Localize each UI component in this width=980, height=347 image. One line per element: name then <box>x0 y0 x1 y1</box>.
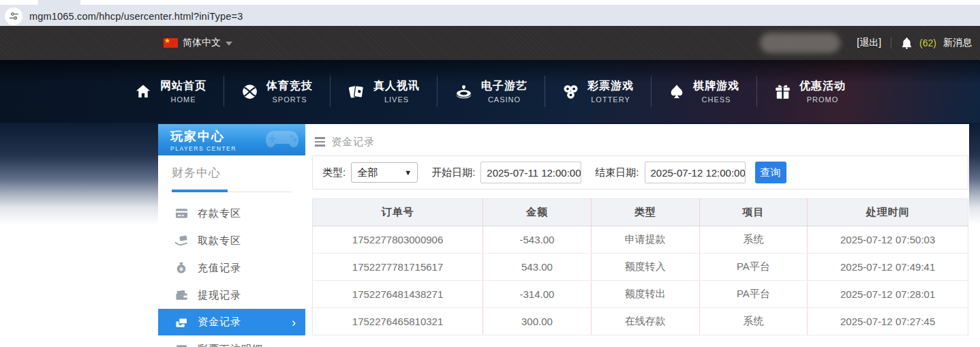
nav-item-casino[interactable]: 电子游艺CASINO <box>438 79 545 104</box>
section-divider <box>172 190 292 192</box>
table-cell: 300.00 <box>483 308 592 335</box>
table-cell: 543.00 <box>483 254 592 281</box>
table-cell: 额度转出 <box>591 281 699 308</box>
nav-item-label: 体育竞技SPORTS <box>266 79 313 104</box>
divider <box>891 37 891 48</box>
wallet-icon <box>174 290 188 301</box>
nav-item-promo[interactable]: 优惠活动PROMO <box>757 79 863 104</box>
table-cell: 1752276481438271 <box>313 281 483 308</box>
type-label: 类型: <box>322 166 346 179</box>
search-button[interactable]: 查询 <box>755 162 786 183</box>
page-title: 资金记录 <box>331 136 375 149</box>
language-label: 简体中文 <box>183 37 221 49</box>
logout-button[interactable]: [退出] <box>857 37 881 49</box>
type-select-value: 全部 <box>357 166 404 179</box>
table-cell: 额度转入 <box>591 254 699 281</box>
nav-item-label: 优惠活动PROMO <box>799 79 846 104</box>
sidebar-section-title: 财务中心 <box>172 165 292 181</box>
sidebar-item-lottery-bet-detail[interactable]: 彩票下注明细 <box>158 335 305 347</box>
withdraw-hand-icon <box>174 235 188 247</box>
table-cell: 申请提款 <box>591 226 699 254</box>
deposit-card-icon <box>174 208 188 219</box>
table-cell: 系统 <box>699 308 808 335</box>
bell-icon[interactable] <box>901 37 913 49</box>
browser-tab-strip <box>0 0 980 5</box>
nav-item-chess[interactable]: 棋牌游戏CHESS <box>652 79 756 104</box>
sidebar: 玩家中心 PLAYERS CENTER 财务中心 存款专区取款专区充值记录提现记… <box>158 124 305 347</box>
table-row: 1752276481438271-314.00额度转出PA平台2025-07-1… <box>313 281 968 308</box>
caret-down-icon <box>226 42 232 46</box>
page-background: 玩家中心 PLAYERS CENTER 财务中心 存款专区取款专区充值记录提现记… <box>0 123 980 347</box>
funds-record-table: 订单号金额类型项目处理时间 1752277803000906-543.00申请提… <box>312 198 968 335</box>
redacted-username <box>760 33 840 53</box>
sidebar-item-label: 取款专区 <box>198 235 241 247</box>
nav-item-home[interactable]: 网站首页HOME <box>117 79 224 104</box>
gift-icon <box>774 83 791 100</box>
lottery-balls-icon <box>562 83 579 100</box>
main-content: 资金记录 类型: 全部 ▼ 开始日期: 结束日期: 查询 <box>305 124 969 347</box>
gamepad-icon <box>264 127 300 155</box>
nav-item-lives[interactable]: 真人视讯LIVES <box>331 79 437 104</box>
table-cell: 2025-07-12 07:50:03 <box>808 226 968 254</box>
filter-panel: 类型: 全部 ▼ 开始日期: 结束日期: 查询 <box>312 155 968 190</box>
table-cell: 2025-07-12 07:28:01 <box>808 281 968 308</box>
column-header: 金额 <box>483 199 592 226</box>
table-cell: 系统 <box>699 226 808 254</box>
new-messages-link[interactable]: 新消息 <box>943 37 972 49</box>
table-row: 1752276465810321300.00在线存款系统2025-07-12 0… <box>313 308 968 335</box>
sidebar-item-funds-record[interactable]: 资金记录› <box>158 309 305 335</box>
nav-item-label: 电子游艺CASINO <box>481 79 527 104</box>
column-header: 项目 <box>699 199 808 226</box>
table-cell: 在线存款 <box>591 308 699 335</box>
sidebar-item-withdraw-zone[interactable]: 取款专区 <box>158 227 305 254</box>
sidebar-item-withdraw-record[interactable]: 提现记录 <box>158 282 305 309</box>
site-settings-icon[interactable] <box>5 7 22 25</box>
sidebar-item-recharge-record[interactable]: 充值记录 <box>158 254 305 282</box>
column-header: 订单号 <box>313 199 483 226</box>
nav-item-lottery[interactable]: 彩票游戏LOTTERY <box>545 79 651 104</box>
sidebar-header: 玩家中心 PLAYERS CENTER <box>158 124 305 155</box>
top-utility-bar: ★ 简体中文 [退出] (62) 新消息 <box>0 26 980 60</box>
sidebar-item-label: 资金记录 <box>198 316 241 329</box>
list-menu-icon <box>315 137 325 147</box>
column-header: 处理时间 <box>808 199 968 226</box>
moneybag-icon <box>174 262 188 274</box>
nav-item-label: 网站首页HOME <box>160 79 206 104</box>
sidebar-item-label: 存款专区 <box>198 207 241 220</box>
table-cell: 2025-07-12 07:49:41 <box>808 254 968 281</box>
list-icon <box>174 344 188 347</box>
chevron-right-icon: › <box>292 316 296 329</box>
table-cell: -314.00 <box>483 281 592 308</box>
main-nav: 网站首页HOME体育竞技SPORTS真人视讯LIVES电子游艺CASINO彩票游… <box>0 60 980 123</box>
sidebar-item-label: 提现记录 <box>198 289 241 302</box>
url-text[interactable]: mgm1065.com/hhcp/usercenter.html?iniType… <box>29 11 243 22</box>
start-date-input[interactable] <box>480 162 581 183</box>
table-cell: -543.00 <box>483 226 592 254</box>
table-cell: 1752277803000906 <box>313 226 483 254</box>
spade-icon <box>669 83 685 100</box>
end-date-label: 结束日期: <box>595 166 639 179</box>
table-cell: 2025-07-12 07:27:45 <box>808 308 968 335</box>
tune-icon <box>9 11 19 21</box>
table-row: 1752277803000906-543.00申请提款系统2025-07-12 … <box>313 226 968 254</box>
language-selector[interactable]: ★ 简体中文 <box>164 37 232 49</box>
nav-item-label: 棋牌游戏CHESS <box>693 79 739 104</box>
sidebar-item-deposit-zone[interactable]: 存款专区 <box>158 200 305 227</box>
china-flag-icon: ★ <box>164 38 178 48</box>
type-select[interactable]: 全部 ▼ <box>351 162 418 183</box>
table-cell: 1752276465810321 <box>313 308 483 335</box>
end-date-input[interactable] <box>645 162 746 183</box>
nav-item-sports[interactable]: 体育竞技SPORTS <box>224 79 330 104</box>
column-header: 类型 <box>591 199 699 226</box>
funds-icon <box>174 317 188 328</box>
sidebar-item-label: 充值记录 <box>198 262 241 275</box>
table-cell: PA平台 <box>699 254 808 281</box>
nav-item-label: 真人视讯LIVES <box>373 79 420 104</box>
start-date-label: 开始日期: <box>431 166 475 179</box>
message-count: (62) <box>919 37 936 48</box>
table-row: 1752277781715617543.00额度转入PA平台2025-07-12… <box>313 254 968 281</box>
table-cell: PA平台 <box>699 281 808 308</box>
home-icon <box>134 83 152 100</box>
sidebar-item-label: 彩票下注明细 <box>198 343 263 347</box>
table-header-row: 订单号金额类型项目处理时间 <box>313 199 968 226</box>
